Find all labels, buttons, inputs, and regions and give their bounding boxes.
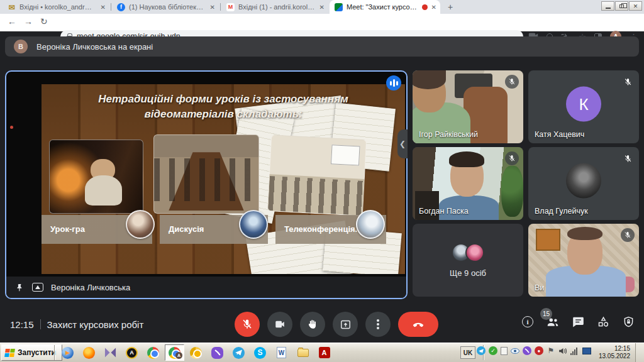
participants-button[interactable]: 15	[546, 315, 560, 329]
language-indicator[interactable]: UK	[460, 346, 475, 359]
taskbar-wmp-icon[interactable]: ▶	[58, 344, 77, 361]
taskbar-divider	[54, 345, 55, 360]
shared-screen-tile[interactable]: Нетрадиційні форми уроків із застосуванн…	[5, 70, 408, 299]
tab-close-icon[interactable]: ✕	[431, 4, 436, 11]
chat-button[interactable]	[571, 315, 585, 329]
tab-title: Meet: "Захист курсових роб"	[347, 3, 418, 11]
meeting-title: Захист курсових робіт	[47, 319, 144, 330]
gmail-favicon: M	[226, 3, 235, 11]
scene-shape	[415, 191, 440, 220]
more-options-button[interactable]	[365, 312, 391, 337]
reload-icon[interactable]: ↻	[40, 16, 48, 26]
taskbar-folder-icon[interactable]	[293, 344, 313, 361]
end-call-button[interactable]	[398, 312, 438, 337]
present-screen-button[interactable]	[333, 312, 358, 337]
tab-facebook[interactable]: f (1) Наукова бібліотека Прикарп ✕	[112, 0, 219, 14]
participant-tile[interactable]: Богдан Паска	[413, 147, 523, 220]
camera-button[interactable]	[267, 312, 292, 337]
participant-name: Влад Гулейчук	[535, 207, 588, 216]
overflow-content: Ще 9 осіб	[413, 224, 523, 297]
taskbar-telegram-icon[interactable]	[229, 344, 248, 361]
tab-separator	[220, 3, 221, 11]
tray-flag-icon[interactable]: ⚑	[547, 346, 555, 355]
participant-tile[interactable]: Ігор Райківський	[413, 70, 523, 143]
show-desktop-button[interactable]	[635, 343, 644, 362]
meeting-info: 12:15 Захист курсових робіт	[10, 306, 143, 343]
minimize-button[interactable]	[601, 1, 614, 11]
meeting-time: 12:15	[10, 319, 34, 330]
slide-photo-lesson-game	[49, 140, 143, 214]
activities-icon	[597, 315, 610, 329]
participant-tile[interactable]: К Катя Хацевич	[528, 70, 639, 143]
ukrnet-mail-favicon: ✉	[8, 3, 16, 11]
scene-shape	[536, 229, 560, 251]
mic-muted-icon	[505, 75, 519, 89]
tab-ukrnet-mail[interactable]: ✉ Вхідні • korolko_andr@ukr.net ✕	[3, 0, 109, 14]
slide-caption-photo	[239, 210, 268, 239]
tab-title: Вхідні (1) - andrii.korolko@pnu.e	[238, 3, 316, 11]
mic-button-muted[interactable]	[235, 312, 260, 337]
tray-viber-icon[interactable]	[523, 346, 531, 355]
tab-close-icon[interactable]: ✕	[319, 4, 325, 11]
shield-lock-icon	[622, 315, 635, 329]
taskbar-clock[interactable]: 12:15 13.05.2022	[599, 345, 630, 360]
scene-shape	[10, 126, 13, 129]
call-controls	[235, 312, 438, 337]
scene-shape	[154, 158, 258, 201]
tab-title: Вхідні • korolko_andr@ukr.net	[19, 3, 97, 11]
system-tray: ✓ ● ⚑	[477, 346, 591, 355]
start-button[interactable]: Запустити	[1, 344, 62, 361]
collapse-panel-handle[interactable]: ❮	[397, 129, 408, 158]
close-button[interactable]: ✕	[629, 1, 642, 11]
tab-close-icon[interactable]: ✕	[210, 4, 215, 11]
slide-title-line2: відеоматеріалів складають:	[42, 107, 405, 122]
back-icon[interactable]: ←	[8, 16, 16, 26]
tab-close-icon[interactable]: ✕	[101, 4, 106, 11]
raise-hand-button[interactable]	[300, 312, 325, 337]
tab-meet-active[interactable]: Meet: "Захист курсових роб" ✕	[330, 0, 440, 14]
tab-gmail[interactable]: M Вхідні (1) - andrii.korolko@pnu.e ✕	[221, 0, 328, 14]
taskbar-word-icon[interactable]: W	[272, 344, 291, 361]
meeting-details-button[interactable]: i	[521, 315, 535, 329]
windows-taskbar: Запустити ▶ A A	[0, 343, 644, 362]
participant-count-badge: 15	[540, 308, 552, 320]
host-controls-button[interactable]	[621, 315, 635, 329]
slide-caption-photo	[126, 210, 155, 239]
pin-icon[interactable]	[15, 283, 25, 292]
presenting-icon	[32, 283, 43, 292]
participant-tile[interactable]: Влад Гулейчук	[528, 147, 639, 220]
tray-telegram-icon[interactable]	[477, 346, 486, 355]
slide-caption-photo	[356, 210, 385, 239]
tray-display-icon[interactable]	[582, 348, 591, 354]
forward-icon[interactable]: →	[24, 16, 33, 26]
start-label: Запустити	[18, 348, 56, 357]
presenting-banner: В Вероніка Личковська на екрані	[5, 36, 639, 57]
tray-network-icon[interactable]	[570, 346, 579, 355]
taskbar-acrobat-icon[interactable]: A	[314, 344, 334, 361]
tray-record-icon[interactable]: ●	[535, 346, 543, 355]
taskbar-aimp-icon[interactable]: A	[122, 344, 142, 361]
taskbar-firefox-icon[interactable]	[79, 344, 99, 361]
tray-antivirus-icon[interactable]: ✓	[489, 346, 497, 355]
self-tile[interactable]: Ви	[528, 224, 639, 297]
restore-button[interactable]	[615, 1, 628, 11]
taskbar-skype-icon[interactable]: S	[250, 344, 270, 361]
presenter-name: Вероніка Личковська	[51, 283, 130, 292]
scene-shape	[331, 145, 360, 165]
tab-title: (1) Наукова бібліотека Прикарп	[129, 3, 206, 11]
overflow-label: Ще 9 осіб	[450, 268, 486, 278]
slide-photo-teleconference	[267, 134, 367, 216]
overflow-tile[interactable]: Ще 9 осіб	[413, 224, 523, 297]
taskbar-chrome-active-icon[interactable]: A	[165, 344, 184, 361]
taskbar-chrome-canary-icon[interactable]	[186, 344, 206, 361]
activities-button[interactable]	[596, 315, 610, 329]
taskbar-chrome-icon[interactable]	[143, 344, 163, 361]
new-tab-button[interactable]: +	[443, 1, 458, 13]
taskbar-viber-icon[interactable]	[208, 344, 227, 361]
tray-eye-icon[interactable]	[511, 346, 519, 355]
tray-clipboard-icon[interactable]	[501, 347, 508, 355]
chat-icon	[572, 315, 585, 329]
taskbar-kmplayer-icon[interactable]	[101, 344, 120, 361]
tray-volume-icon[interactable]	[558, 346, 567, 355]
presentation-slide: Нетрадиційні форми уроків із застосуванн…	[42, 84, 405, 274]
